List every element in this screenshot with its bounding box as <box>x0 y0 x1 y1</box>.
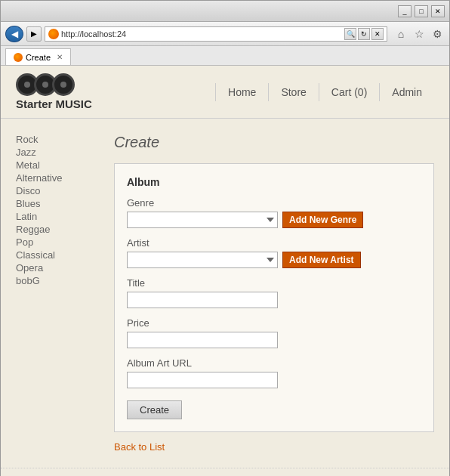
tab-label: Create <box>26 53 51 62</box>
nav-right-buttons: ⌂ ☆ ⚙ <box>393 26 445 42</box>
nav-home[interactable]: Home <box>215 83 268 101</box>
title-input[interactable] <box>127 292 278 308</box>
address-actions: 🔍 ↻ ✕ <box>344 28 384 40</box>
search-icon[interactable]: 🔍 <box>344 28 356 40</box>
sidebar-item-blues[interactable]: Blues <box>16 198 91 209</box>
logo-area: Starter MUSIC <box>16 73 92 110</box>
artist-group: Artist Add New Artist <box>127 237 421 268</box>
album-art-input[interactable] <box>127 372 278 388</box>
sidebar-item-metal[interactable]: Metal <box>16 159 91 171</box>
nav-store[interactable]: Store <box>268 83 318 101</box>
add-new-genre-button[interactable]: Add New Genre <box>282 212 363 228</box>
title-bar: _ □ ✕ <box>1 1 449 22</box>
back-button[interactable]: ◀ <box>5 26 23 42</box>
site-nav: Home Store Cart (0) Admin <box>215 83 434 101</box>
site-title: Starter MUSIC <box>16 97 92 110</box>
tab-bar: Create ✕ <box>1 46 449 66</box>
disc-3 <box>52 73 75 96</box>
sidebar-item-jazz[interactable]: Jazz <box>16 147 91 158</box>
genre-row: Add New Genre <box>127 212 421 228</box>
address-text: http://localhost:24 <box>61 29 342 39</box>
price-group: Price <box>127 317 421 348</box>
add-new-artist-button[interactable]: Add New Artist <box>282 252 361 268</box>
nav-admin[interactable]: Admin <box>379 83 434 101</box>
sidebar-item-disco[interactable]: Disco <box>16 185 91 196</box>
stop-button[interactable]: ✕ <box>371 28 384 40</box>
genre-select[interactable] <box>127 212 278 228</box>
main-layout: Rock Jazz Metal Alternative Disco Blues … <box>1 119 449 468</box>
sidebar-item-latin[interactable]: Latin <box>16 211 91 222</box>
main-content: Create Album Genre Add New Genre Artist <box>106 126 449 460</box>
favorites-icon[interactable]: ☆ <box>411 26 427 42</box>
tab-ie-icon <box>14 53 23 62</box>
home-icon[interactable]: ⌂ <box>393 26 408 42</box>
page-title: Create <box>114 134 434 151</box>
minimize-button[interactable]: _ <box>398 5 411 17</box>
refresh-button[interactable]: ↻ <box>358 28 370 40</box>
genre-label: Genre <box>127 197 421 209</box>
forward-button[interactable]: ▶ <box>26 26 42 42</box>
sidebar-item-reggae[interactable]: Reggae <box>16 224 91 235</box>
price-label: Price <box>127 317 421 329</box>
price-input[interactable] <box>127 332 278 348</box>
album-legend: Album <box>127 176 421 188</box>
sidebar-item-alternative[interactable]: Alternative <box>16 172 91 184</box>
logo-discs <box>16 73 75 96</box>
back-to-list-link[interactable]: Back to List <box>114 441 165 453</box>
sidebar-item-classical[interactable]: Classical <box>16 249 91 261</box>
album-art-label: Album Art URL <box>127 357 421 369</box>
artist-select[interactable] <box>127 252 278 268</box>
title-group: Title <box>127 277 421 308</box>
site-footer: built with ASP.NET MVC 3 <box>1 468 449 476</box>
sidebar-item-opera[interactable]: Opera <box>16 262 91 274</box>
create-button[interactable]: Create <box>127 400 182 419</box>
browser-tab[interactable]: Create ✕ <box>5 48 71 65</box>
browser-window: _ □ ✕ ◀ ▶ http://localhost:24 🔍 ↻ ✕ ⌂ ☆ … <box>0 0 450 476</box>
title-bar-buttons: _ □ ✕ <box>398 5 445 17</box>
artist-row: Add New Artist <box>127 252 421 268</box>
sidebar-item-rock[interactable]: Rock <box>16 134 91 145</box>
sidebar: Rock Jazz Metal Alternative Disco Blues … <box>1 126 106 460</box>
address-bar[interactable]: http://localhost:24 🔍 ↻ ✕ <box>45 26 387 42</box>
close-button[interactable]: ✕ <box>431 5 445 17</box>
ie-icon <box>48 29 59 39</box>
artist-label: Artist <box>127 237 421 249</box>
title-label: Title <box>127 277 421 289</box>
nav-cart[interactable]: Cart (0) <box>319 83 379 101</box>
site-header: Starter MUSIC Home Store Cart (0) Admin <box>1 66 449 119</box>
sidebar-item-bobg[interactable]: bobG <box>16 275 91 286</box>
settings-icon[interactable]: ⚙ <box>430 26 445 42</box>
sidebar-item-pop[interactable]: Pop <box>16 236 91 248</box>
tab-close-button[interactable]: ✕ <box>57 53 63 61</box>
nav-bar: ◀ ▶ http://localhost:24 🔍 ↻ ✕ ⌂ ☆ ⚙ <box>1 22 449 46</box>
genre-group: Genre Add New Genre <box>127 197 421 228</box>
back-link: Back to List <box>114 441 434 453</box>
album-art-group: Album Art URL <box>127 357 421 388</box>
maximize-button[interactable]: □ <box>415 5 428 17</box>
album-form-box: Album Genre Add New Genre Artist <box>114 163 434 432</box>
page-content: Starter MUSIC Home Store Cart (0) Admin … <box>1 66 449 476</box>
